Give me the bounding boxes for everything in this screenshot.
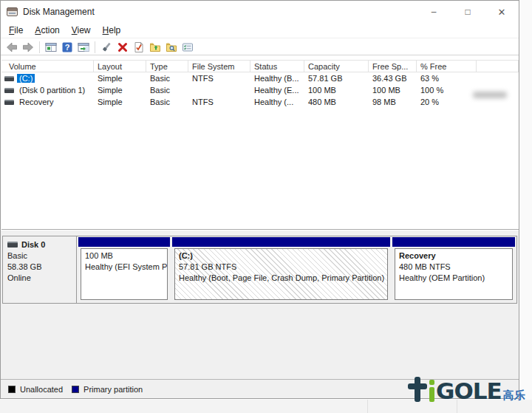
toolbar-separator bbox=[95, 41, 95, 53]
toolbar-separator bbox=[39, 41, 40, 53]
table-row-partition-1[interactable]: (Disk 0 partition 1) Simple Basic Health… bbox=[1, 84, 519, 96]
legend-label: Primary partition bbox=[83, 385, 143, 394]
help-icon[interactable]: ? bbox=[59, 40, 75, 55]
column-header-capacity[interactable]: Capacity bbox=[304, 61, 369, 72]
column-header-status[interactable]: Status bbox=[250, 61, 304, 72]
disk-icon bbox=[7, 242, 18, 248]
menu-view[interactable]: View bbox=[66, 24, 97, 37]
status-cell: Healthy (... bbox=[250, 98, 304, 106]
divider bbox=[367, 400, 368, 413]
partition-efi-body: 100 MB Healthy (EFI System Pa bbox=[81, 248, 168, 300]
logo-i-glyph bbox=[429, 380, 435, 402]
svg-text:?: ? bbox=[65, 43, 70, 52]
check-document-icon[interactable] bbox=[131, 40, 147, 55]
pct-free-cell: 20 % bbox=[417, 98, 477, 106]
disk-management-window: Disk Management – □ ✕ File Action View H… bbox=[0, 0, 519, 399]
free-space-cell: 100 MB bbox=[369, 86, 417, 95]
menu-help[interactable]: Help bbox=[97, 24, 127, 37]
maximize-button[interactable]: □ bbox=[451, 1, 485, 23]
properties-icon[interactable] bbox=[180, 40, 196, 55]
logo-chinese-text: 高乐 bbox=[503, 389, 525, 402]
minimize-button[interactable]: – bbox=[417, 1, 451, 23]
column-header-file-system[interactable]: File System bbox=[188, 61, 250, 72]
partition-color-bar bbox=[172, 237, 390, 247]
free-space-cell: 98 MB bbox=[369, 98, 417, 106]
partition-size: 57.81 GB NTFS bbox=[179, 262, 383, 273]
title-bar: Disk Management – □ ✕ bbox=[1, 1, 519, 23]
console-tree-icon[interactable] bbox=[43, 40, 59, 55]
logo-plus-glyph bbox=[408, 377, 427, 402]
column-header-free-space[interactable]: Free Sp... bbox=[369, 61, 417, 72]
delete-volume-icon[interactable] bbox=[115, 40, 131, 55]
volume-label: Recovery bbox=[17, 98, 55, 106]
logo-brand-text: GOLE bbox=[436, 380, 502, 402]
disk-type: Basic bbox=[7, 250, 76, 262]
partition-size: 480 MB NTFS bbox=[399, 262, 508, 273]
forward-arrow-icon[interactable] bbox=[20, 40, 36, 55]
disk-0-row: Disk 0 Basic 58.38 GB Online 100 MB Heal… bbox=[2, 236, 517, 304]
partition-name: Recovery bbox=[399, 250, 508, 262]
table-row-c-drive[interactable]: (C:) Simple Basic NTFS Healthy (B... 57.… bbox=[1, 72, 519, 84]
partition-recovery[interactable]: Recovery 480 MB NTFS Healthy (OEM Partit… bbox=[392, 237, 515, 302]
partition-c-drive[interactable]: (C:) 57.81 GB NTFS Healthy (Boot, Page F… bbox=[172, 237, 390, 302]
partitions-strip: 100 MB Healthy (EFI System Pa (C:) 57.81… bbox=[77, 236, 516, 303]
disk-name: Disk 0 bbox=[21, 240, 45, 249]
blurred-watermark bbox=[473, 92, 507, 98]
partition-color-bar bbox=[78, 237, 170, 247]
menu-file[interactable]: File bbox=[3, 24, 29, 37]
back-arrow-icon[interactable] bbox=[4, 40, 20, 55]
capacity-cell: 57.81 GB bbox=[304, 74, 369, 83]
tool-icon[interactable] bbox=[98, 40, 115, 55]
column-header-pct-free[interactable]: % Free bbox=[417, 61, 477, 72]
menu-bar: File Action View Help bbox=[1, 23, 519, 38]
volume-label-selected: (C:) bbox=[17, 74, 35, 83]
volume-cell: (C:) bbox=[1, 74, 94, 83]
unallocated-swatch bbox=[8, 386, 16, 393]
file-system-cell: NTFS bbox=[188, 74, 250, 83]
partition-health: Healthy (EFI System Pa bbox=[85, 262, 163, 273]
partition-name: (C:) bbox=[179, 250, 383, 262]
disk-status: Online bbox=[7, 273, 76, 284]
status-cell: Healthy (B... bbox=[250, 74, 304, 83]
table-row-recovery[interactable]: Recovery Simple Basic NTFS Healthy (... … bbox=[1, 96, 519, 108]
layout-cell: Simple bbox=[94, 74, 146, 83]
partition-size: 100 MB bbox=[85, 250, 163, 262]
volume-cell: Recovery bbox=[1, 98, 94, 106]
volume-cell: (Disk 0 partition 1) bbox=[1, 86, 94, 95]
volume-list-header: Volume Layout Type File System Status Ca… bbox=[1, 60, 519, 72]
folder-up-icon[interactable] bbox=[147, 40, 163, 55]
free-space-cell: 36.43 GB bbox=[369, 74, 417, 83]
layout-cell: Simple bbox=[94, 98, 146, 106]
partition-health: Healthy (Boot, Page File, Crash Dump, Pr… bbox=[179, 273, 383, 284]
status-cell: Healthy (E... bbox=[250, 86, 304, 95]
column-header-volume[interactable]: Volume bbox=[1, 61, 94, 72]
folder-search-icon[interactable] bbox=[163, 40, 180, 55]
file-system-cell: NTFS bbox=[188, 98, 250, 106]
volume-icon bbox=[4, 100, 14, 105]
page-background-right bbox=[520, 0, 532, 400]
column-header-layout[interactable]: Layout bbox=[94, 61, 146, 72]
volume-label: (Disk 0 partition 1) bbox=[17, 86, 87, 95]
type-cell: Basic bbox=[146, 74, 188, 83]
toolbar: ? bbox=[1, 39, 519, 55]
close-button[interactable]: ✕ bbox=[485, 1, 519, 23]
capacity-cell: 480 MB bbox=[304, 98, 369, 106]
partition-efi[interactable]: 100 MB Healthy (EFI System Pa bbox=[78, 237, 170, 302]
disk-0-header[interactable]: Disk 0 Basic 58.38 GB Online bbox=[3, 236, 77, 303]
legend-primary-partition: Primary partition bbox=[72, 385, 143, 394]
partition-health: Healthy (OEM Partition) bbox=[399, 273, 508, 284]
action-pane-icon[interactable] bbox=[75, 40, 92, 55]
legend-label: Unallocated bbox=[20, 385, 63, 394]
primary-partition-swatch bbox=[72, 386, 79, 393]
layout-cell: Simple bbox=[94, 86, 146, 95]
partition-c-body-selected: (C:) 57.81 GB NTFS Healthy (Boot, Page F… bbox=[174, 248, 388, 300]
menu-action[interactable]: Action bbox=[29, 24, 65, 37]
disk-size: 58.38 GB bbox=[7, 262, 76, 273]
type-cell: Basic bbox=[146, 98, 188, 106]
type-cell: Basic bbox=[146, 86, 188, 95]
pct-free-cell: 100 % bbox=[417, 86, 477, 95]
column-header-type[interactable]: Type bbox=[146, 61, 188, 72]
legend-unallocated: Unallocated bbox=[8, 385, 63, 394]
partition-color-bar bbox=[392, 237, 515, 247]
pct-free-cell: 63 % bbox=[417, 74, 477, 83]
